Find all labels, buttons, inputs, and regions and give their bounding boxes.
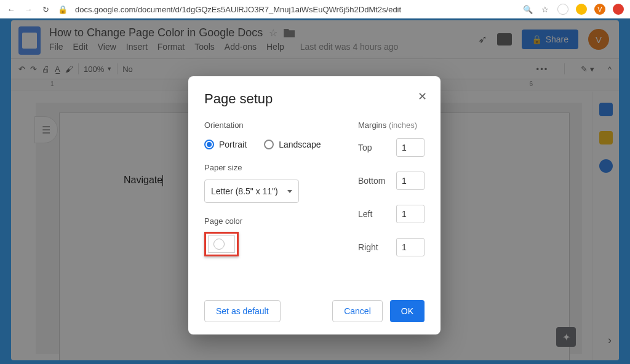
explore-button[interactable]: ✦ [556, 327, 576, 347]
color-swatch-icon [213, 239, 225, 250]
margin-bottom-label: Bottom [358, 176, 385, 186]
page-color-label: Page color [204, 216, 356, 226]
margin-left-input[interactable] [396, 205, 425, 223]
last-edit-text[interactable]: Last edit was 4 hours ago [300, 42, 399, 52]
page-text[interactable]: Navigate [124, 175, 163, 186]
account-avatar[interactable]: V [588, 29, 609, 50]
margin-right-label: Right [358, 242, 378, 252]
print-icon[interactable]: 🖨 [42, 65, 50, 74]
cancel-button[interactable]: Cancel [332, 300, 383, 322]
more-icon[interactable]: ••• [536, 65, 549, 74]
doc-title[interactable]: How to Change Page Color in Google Docs [49, 26, 263, 39]
undo-icon[interactable]: ↶ [18, 65, 25, 74]
close-icon[interactable]: ✕ [418, 90, 427, 103]
calendar-icon[interactable] [599, 103, 613, 116]
margin-left-label: Left [358, 209, 372, 219]
menu-view[interactable]: View [98, 42, 116, 52]
text-cursor [162, 175, 163, 186]
margin-bottom-input[interactable] [396, 172, 425, 190]
side-panel-toggle-icon[interactable]: › [608, 334, 612, 347]
orientation-portrait-radio[interactable]: Portrait [204, 140, 247, 149]
zoom-icon[interactable]: 🔍 [523, 4, 533, 14]
share-button[interactable]: 🔒 Share [522, 30, 578, 49]
orientation-landscape-radio[interactable]: Landscape [264, 140, 321, 149]
zoom-select[interactable]: 100%▼ [84, 65, 112, 74]
orientation-label: Orientation [204, 121, 356, 130]
chevron-down-icon [287, 190, 292, 193]
menu-addons[interactable]: Add-ons [225, 42, 257, 52]
docs-header: How to Change Page Color in Google Docs … [11, 20, 619, 58]
outline-toggle-icon[interactable]: ☰ [34, 116, 58, 143]
style-select[interactable]: No [122, 65, 133, 74]
reload-icon[interactable]: ↻ [41, 4, 50, 14]
folder-icon[interactable] [284, 29, 295, 38]
paper-size-label: Paper size [204, 163, 356, 172]
ext-icon-1[interactable] [557, 4, 568, 15]
paper-size-select[interactable]: Letter (8.5" x 11") [204, 180, 299, 203]
forward-icon[interactable]: → [23, 4, 33, 14]
bookmark-star-icon[interactable]: ☆ [540, 4, 550, 14]
docs-logo-icon[interactable] [18, 26, 41, 55]
trend-icon[interactable]: ➶ [478, 33, 487, 46]
page-color-highlight [204, 232, 239, 256]
menu-file[interactable]: File [49, 42, 63, 52]
tasks-icon[interactable] [599, 159, 613, 173]
set-as-default-button[interactable]: Set as default [204, 300, 281, 322]
ext-icon-2[interactable] [576, 4, 587, 15]
profile-avatar-icon[interactable]: V [594, 4, 605, 15]
margin-top-input[interactable] [396, 138, 425, 157]
menu-edit[interactable]: Edit [73, 42, 88, 52]
menu-help[interactable]: Help [266, 42, 284, 52]
editing-mode-icon[interactable]: ✎ ▾ [581, 65, 594, 74]
star-icon[interactable]: ☆ [269, 27, 277, 39]
back-icon[interactable]: ← [6, 4, 16, 14]
menu-bar: File Edit View Insert Format Tools Add-o… [49, 42, 469, 52]
side-panel [592, 92, 619, 360]
margin-right-input[interactable] [396, 238, 425, 256]
redo-icon[interactable]: ↷ [30, 65, 37, 74]
radio-dot-icon [204, 140, 214, 149]
margin-top-label: Top [358, 143, 372, 152]
menu-format[interactable]: Format [158, 42, 185, 52]
url-text[interactable]: docs.google.com/document/d/1dgGQzEs5AUlR… [75, 5, 516, 14]
page-setup-dialog: Page setup ✕ Orientation Portrait Landsc… [188, 76, 441, 334]
lock-icon: 🔒 [58, 4, 68, 14]
keep-icon[interactable] [599, 131, 613, 144]
radio-dot-icon [264, 140, 274, 149]
lock-share-icon: 🔒 [532, 34, 542, 44]
margins-label: Margins (inches) [358, 121, 425, 130]
collapse-icon[interactable]: ^ [608, 65, 612, 74]
menu-tools[interactable]: Tools [194, 42, 215, 52]
spellcheck-icon[interactable]: A̲ [55, 65, 60, 74]
browser-toolbar: ← → ↻ 🔒 docs.google.com/document/d/1dgGQ… [0, 0, 630, 18]
ext-icon-3[interactable] [613, 4, 624, 15]
menu-insert[interactable]: Insert [126, 42, 148, 52]
page-color-picker[interactable] [208, 235, 235, 253]
ok-button[interactable]: OK [390, 300, 425, 322]
share-label: Share [546, 34, 568, 44]
dialog-title: Page setup [204, 91, 425, 107]
comment-icon[interactable] [497, 33, 512, 46]
paint-format-icon[interactable]: 🖌 [65, 65, 73, 74]
